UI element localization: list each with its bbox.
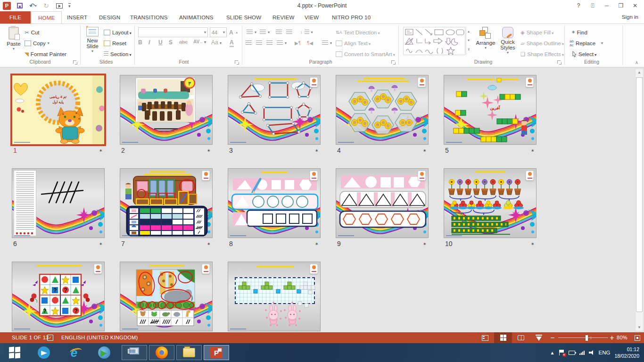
network-signal-icon[interactable] <box>579 351 585 355</box>
shape-fill-button[interactable]: ◈Shape Fill <box>520 27 553 37</box>
strikethrough-button[interactable]: abc <box>179 39 188 45</box>
font-name-combo[interactable]: ▾ <box>138 27 208 37</box>
bold-button[interactable]: B <box>138 39 142 46</box>
minimize-button[interactable]: ─ <box>600 0 614 11</box>
taskbar-onscreen-keyboard[interactable] <box>122 345 147 360</box>
numbering-button[interactable]: ▾ <box>260 27 270 37</box>
italic-button[interactable]: I <box>149 39 150 46</box>
scroll-up-arrow[interactable]: ▲ <box>636 69 643 76</box>
vertical-scrollbar[interactable]: ▲ ▼ <box>635 68 644 331</box>
paragraph-dialog-launcher[interactable] <box>391 60 396 65</box>
align-center-button[interactable] <box>256 38 262 48</box>
reading-view-button[interactable] <box>512 332 530 343</box>
close-button[interactable]: ✕ <box>628 0 642 11</box>
clipboard-dialog-launcher[interactable] <box>73 60 77 65</box>
slide-thumbnail-10[interactable]: 10 ✶ <box>444 168 537 238</box>
slide-show-button[interactable] <box>530 332 548 343</box>
decrease-indent-button[interactable] <box>276 27 282 37</box>
language-tray-indicator[interactable]: ENG <box>599 350 611 355</box>
font-dialog-launcher[interactable] <box>235 60 239 65</box>
quick-styles-button[interactable]: Quick Styles▾ <box>498 27 518 55</box>
shape-effects-button[interactable]: ❏Shape Effects <box>520 49 564 59</box>
tab-animations[interactable]: ANIMATIONS <box>173 11 220 24</box>
tab-slideshow[interactable]: SLIDE SHOW <box>220 11 268 24</box>
layout-button[interactable]: Layout <box>104 27 132 37</box>
align-text-button[interactable]: Align Text <box>336 38 371 48</box>
taskbar-firefox[interactable] <box>149 345 174 360</box>
taskbar-idm[interactable] <box>91 345 117 360</box>
tab-review[interactable]: REVIEW <box>266 11 301 24</box>
zoom-in-button[interactable]: + <box>607 332 617 343</box>
collapse-ribbon-button[interactable]: ∧ <box>635 60 638 65</box>
slide-thumbnail-13[interactable]: 13 ✶ <box>228 262 321 331</box>
text-direction-button[interactable]: ⇅AText Direction <box>336 27 380 37</box>
bullets-button[interactable]: ▾ <box>247 27 256 37</box>
slide-thumbnail-4[interactable]: 4 ✶ <box>336 75 429 145</box>
battery-icon[interactable] <box>569 351 575 355</box>
tab-nitro-pro[interactable]: NITRO PRO 10 <box>325 11 377 24</box>
shapes-gallery-scroll[interactable]: ▲▼⊻ <box>466 27 471 55</box>
zoom-percentage[interactable]: 80% <box>617 335 627 340</box>
zoom-out-button[interactable]: − <box>548 332 557 343</box>
normal-view-button[interactable] <box>476 332 494 343</box>
format-painter-button[interactable]: ◥Format Painter <box>25 49 66 59</box>
slide-thumbnail-3[interactable]: 3 ✶ <box>228 75 321 145</box>
paste-button[interactable]: Paste▾ <box>5 27 23 51</box>
tab-insert[interactable]: INSERT <box>60 11 94 24</box>
change-case-button[interactable]: Aa ▾ <box>211 39 222 46</box>
slide-thumbnail-2[interactable]: ۳ 2 ✶ <box>120 75 213 145</box>
slide-thumbnail-7[interactable]: 7 ✶ <box>120 168 213 238</box>
slide-sorter-view-button[interactable] <box>494 332 512 343</box>
scrollbar-thumb[interactable] <box>636 77 643 312</box>
slide-thumbnail-12[interactable]: 12 ✶ <box>120 262 213 331</box>
rtl-direction-button[interactable]: ¶◀ <box>307 38 313 48</box>
show-hidden-icons-button[interactable]: ▲ <box>550 350 555 355</box>
taskbar-file-explorer[interactable] <box>176 345 202 360</box>
scroll-down-arrow[interactable]: ▼ <box>636 324 643 331</box>
fit-to-window-button[interactable] <box>631 332 644 343</box>
language-indicator[interactable]: ENGLISH (UNITED KINGDOM) <box>61 335 138 340</box>
spell-check-icon[interactable]: ✓ <box>47 335 53 341</box>
zoom-slider-thumb[interactable] <box>586 335 588 341</box>
columns-button[interactable]: ▾ <box>322 38 332 48</box>
align-left-button[interactable] <box>246 38 252 48</box>
convert-smartart-button[interactable]: Convert to SmartArt <box>336 49 395 59</box>
action-center-icon[interactable] <box>559 350 564 355</box>
underline-button[interactable]: U <box>158 39 163 46</box>
character-spacing-button[interactable]: AV↔ ▾ <box>193 39 206 44</box>
ltr-direction-button[interactable]: ▶¶ <box>295 38 301 48</box>
slide-thumbnail-9[interactable]: 9 ✶ <box>336 168 429 238</box>
help-button[interactable]: ? <box>571 0 586 11</box>
restore-button[interactable]: ❐ <box>614 0 628 11</box>
taskbar-internet-explorer[interactable]: e <box>61 345 87 360</box>
reset-button[interactable]: Reset <box>104 38 126 48</box>
slide-thumbnail-11[interactable]: ???? 11 ✶ <box>12 262 105 331</box>
tab-home[interactable]: HOME <box>31 11 62 24</box>
align-right-button[interactable] <box>266 38 272 48</box>
new-slide-button[interactable]: New Slide▾ <box>83 27 102 53</box>
zoom-slider-track[interactable] <box>558 337 608 338</box>
slide-thumbnail-6[interactable]: 6 ✶ <box>12 168 105 238</box>
tab-transitions[interactable]: TRANSITIONS <box>124 11 174 24</box>
grow-font-button[interactable]: A▲ <box>229 27 239 37</box>
shadow-button[interactable]: S <box>169 39 173 46</box>
shapes-gallery[interactable] <box>403 27 465 55</box>
increase-indent-button[interactable] <box>286 27 292 37</box>
volume-icon[interactable] <box>589 350 594 355</box>
clock[interactable]: 01:12 18/02/2020 <box>614 346 639 359</box>
slide-thumbnail-1[interactable]: تم 4 ریاضیپایه اول 1 ✶ <box>12 75 105 145</box>
tab-view[interactable]: VIEW <box>298 11 325 24</box>
slide-thumbnail-5[interactable]: آفرین 5 ✶ <box>444 75 537 145</box>
line-spacing-button[interactable]: ↕▾ <box>300 27 313 37</box>
tab-design[interactable]: DESIGN <box>92 11 127 24</box>
sign-in-link[interactable]: Sign in <box>622 14 638 20</box>
taskbar-telegram[interactable] <box>31 345 57 360</box>
copy-button[interactable]: Copy▾ <box>25 38 50 48</box>
section-button[interactable]: Section <box>104 49 132 59</box>
font-color-button[interactable]: A <box>230 39 234 47</box>
slide-thumbnail-8[interactable]: 8 ✶ <box>228 168 321 238</box>
shape-outline-button[interactable]: ▱Shape Outline <box>520 38 564 48</box>
tab-file[interactable]: FILE <box>0 11 31 24</box>
start-button[interactable] <box>2 345 27 360</box>
justify-button[interactable]: ▾ <box>277 38 287 48</box>
